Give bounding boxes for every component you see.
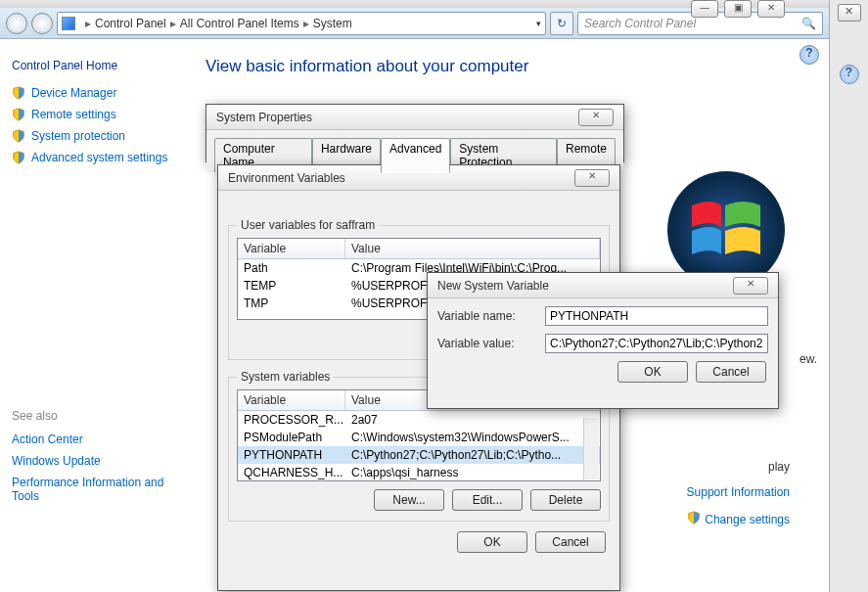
system-properties-dialog: System Properties ✕ Computer Name Hardwa… [206, 104, 624, 162]
list-row-selected[interactable]: PYTHONPATHC:\Python27;C:\Python27\Lib;C:… [238, 446, 600, 464]
cell-var: TMP [238, 296, 345, 311]
see-also-label: See also [12, 409, 184, 423]
truncated-text: ew. [799, 352, 817, 366]
support-info-link[interactable]: Support Information [687, 485, 790, 499]
background-close-icon[interactable]: ✕ [838, 4, 861, 22]
scrollbar[interactable] [583, 418, 599, 479]
help-icon[interactable]: ? [799, 45, 819, 65]
column-variable[interactable]: Variable [238, 239, 345, 258]
breadcrumb-sep: ▸ [303, 17, 309, 30]
sidebar-label: Remote settings [31, 108, 116, 121]
cell-val: 2a07 [345, 412, 600, 428]
user-variables-label: User variables for saffram [237, 218, 379, 232]
shield-icon [12, 108, 25, 121]
cell-val: C:\apps\qsi_harness [345, 465, 600, 480]
page-title: View basic information about your comput… [206, 57, 819, 76]
change-settings-label: Change settings [705, 513, 790, 526]
breadcrumb-sep: ▸ [170, 17, 176, 30]
minimize-button[interactable]: — [691, 0, 718, 18]
window-titlebar: — ▣ ✕ [0, 0, 868, 8]
delete-sys-var-button[interactable]: Delete [530, 489, 601, 511]
newvar-ok-button[interactable]: OK [617, 361, 688, 383]
cell-var: PSModulePath [238, 430, 345, 445]
sidebar: Control Panel Home Device Manager Remote… [0, 39, 196, 592]
background-window-edge: ✕ ? [829, 0, 868, 592]
dialog-title: System Properties [216, 111, 312, 124]
nav-back-button[interactable] [6, 13, 27, 34]
close-button[interactable]: ✕ [733, 277, 768, 295]
see-also-action-center[interactable]: Action Center [12, 433, 184, 446]
breadcrumb-item[interactable]: All Control Panel Items [180, 17, 299, 30]
close-button[interactable]: ✕ [574, 169, 610, 187]
see-also-performance[interactable]: Performance Information and Tools [12, 476, 184, 503]
sidebar-home-link[interactable]: Control Panel Home [12, 59, 184, 72]
edit-sys-var-button[interactable]: Edit... [452, 489, 523, 511]
new-sys-var-button[interactable]: New... [374, 489, 444, 511]
sidebar-label: Device Manager [31, 86, 116, 100]
system-icon [62, 17, 75, 30]
variable-name-input[interactable] [545, 306, 768, 326]
cell-val: C:\Windows\system32\WindowsPowerS... [345, 430, 600, 445]
variable-value-input[interactable] [545, 334, 768, 353]
background-help-icon[interactable]: ? [840, 65, 859, 84]
variable-name-label: Variable name: [437, 309, 545, 323]
env-ok-button[interactable]: OK [457, 531, 527, 553]
search-icon: 🔍 [801, 17, 816, 30]
dialog-title: New System Variable [437, 279, 549, 293]
shield-icon [12, 86, 25, 100]
sidebar-system-protection[interactable]: System protection [12, 129, 184, 143]
list-row[interactable]: PROCESSOR_R...2a07 [238, 411, 600, 429]
dialog-title: Environment Variables [228, 171, 345, 185]
svg-point-1 [672, 176, 780, 284]
list-row[interactable]: PSModulePathC:\Windows\system32\WindowsP… [238, 429, 600, 446]
sidebar-device-manager[interactable]: Device Manager [12, 86, 184, 100]
search-placeholder: Search Control Panel [584, 17, 696, 30]
close-button[interactable]: ✕ [578, 109, 614, 126]
list-row[interactable]: QCHARNESS_H...C:\apps\qsi_harness [238, 464, 600, 481]
column-variable[interactable]: Variable [238, 390, 345, 410]
cell-var: PROCESSOR_R... [238, 412, 345, 428]
close-window-button[interactable]: ✕ [757, 0, 785, 18]
system-variables-label: System variables [237, 370, 334, 384]
shield-icon [12, 129, 25, 143]
breadcrumb-dropdown-icon[interactable]: ▾ [536, 19, 541, 28]
sidebar-label: System protection [31, 129, 125, 143]
env-cancel-button[interactable]: Cancel [535, 531, 606, 553]
cell-val: C:\Python27;C:\Python27\Lib;C:\Pytho... [345, 447, 600, 463]
variable-value-label: Variable value: [437, 337, 545, 350]
breadcrumb-item[interactable]: System [313, 17, 352, 30]
cell-var: PYTHONPATH [238, 447, 345, 463]
breadcrumb-bar[interactable]: ▸ Control Panel ▸ All Control Panel Item… [57, 12, 546, 35]
display-text-fragment: play [768, 460, 790, 474]
sidebar-advanced-settings[interactable]: Advanced system settings [12, 151, 184, 164]
cell-var: TEMP [238, 278, 345, 294]
maximize-button[interactable]: ▣ [724, 0, 752, 18]
newvar-cancel-button[interactable]: Cancel [696, 361, 766, 383]
tab-advanced[interactable]: Advanced [381, 138, 450, 173]
change-settings-link[interactable]: Change settings [687, 511, 790, 527]
breadcrumb-item[interactable]: Control Panel [95, 17, 166, 30]
see-also-windows-update[interactable]: Windows Update [12, 454, 184, 468]
new-system-variable-dialog: New System Variable ✕ Variable name: Var… [427, 272, 779, 409]
nav-forward-button[interactable] [31, 13, 53, 34]
sidebar-label: Advanced system settings [31, 151, 167, 164]
cell-var: Path [238, 260, 345, 276]
cell-var: QCHARNESS_H... [238, 465, 345, 480]
sidebar-remote-settings[interactable]: Remote settings [12, 108, 184, 121]
column-value[interactable]: Value [345, 239, 600, 258]
breadcrumb-sep: ▸ [85, 17, 91, 30]
refresh-button[interactable]: ↻ [550, 12, 573, 35]
shield-icon [687, 511, 701, 527]
shield-icon [12, 151, 25, 164]
